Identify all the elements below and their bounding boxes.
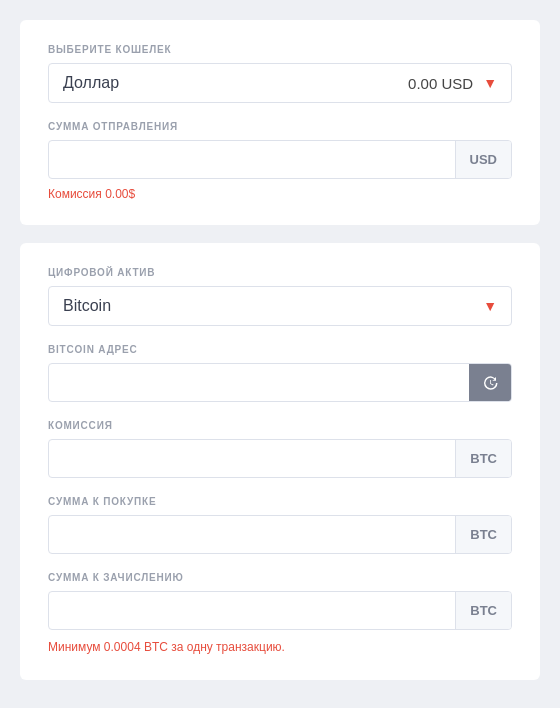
bitcoin-address-input[interactable] — [49, 364, 469, 401]
commission-text: Комиссия 0.00$ — [48, 187, 512, 201]
chevron-down-icon: ▼ — [483, 75, 497, 91]
address-field-block: BITCOIN АДРЕС — [48, 344, 512, 402]
amount-input[interactable]: 0.00 — [49, 141, 455, 178]
wallet-balance: 0.00 USD — [408, 75, 473, 92]
credit-amount-input[interactable]: 0.000000 — [49, 592, 455, 629]
asset-label: ЦИФРОВОЙ АКТИВ — [48, 267, 512, 278]
history-icon — [481, 374, 499, 392]
digital-asset-card: ЦИФРОВОЙ АКТИВ Bitcoin ▼ BITCOIN АДРЕС К… — [20, 243, 540, 680]
buy-amount-currency: BTC — [455, 516, 511, 553]
asset-chevron-icon: ▼ — [483, 298, 497, 314]
asset-name: Bitcoin — [63, 297, 483, 315]
history-button[interactable] — [469, 364, 511, 401]
credit-amount-currency: BTC — [455, 592, 511, 629]
buy-amount-field-block: СУММА К ПОКУПКЕ 0.000000 BTC — [48, 496, 512, 554]
fee-label: КОМИССИЯ — [48, 420, 512, 431]
fee-currency: BTC — [455, 440, 511, 477]
asset-field-block: ЦИФРОВОЙ АКТИВ Bitcoin ▼ — [48, 267, 512, 326]
fee-input-row: 0.000050 BTC — [48, 439, 512, 478]
amount-label: СУММА ОТПРАВЛЕНИЯ — [48, 121, 512, 132]
buy-amount-input[interactable]: 0.000000 — [49, 516, 455, 553]
wallet-label: ВЫБЕРИТЕ КОШЕЛЕК — [48, 44, 512, 55]
wallet-name: Доллар — [63, 74, 408, 92]
min-note: Минимум 0.0004 BTC за одну транзакцию. — [48, 638, 512, 656]
address-label: BITCOIN АДРЕС — [48, 344, 512, 355]
credit-amount-field-block: СУММА К ЗАЧИСЛЕНИЮ 0.000000 BTC Минимум … — [48, 572, 512, 656]
amount-input-row: 0.00 USD — [48, 140, 512, 179]
asset-selector[interactable]: Bitcoin ▼ — [48, 286, 512, 326]
wallet-field-block: ВЫБЕРИТЕ КОШЕЛЕК Доллар 0.00 USD ▼ — [48, 44, 512, 103]
wallet-selector[interactable]: Доллар 0.00 USD ▼ — [48, 63, 512, 103]
credit-amount-label: СУММА К ЗАЧИСЛЕНИЮ — [48, 572, 512, 583]
fee-input[interactable]: 0.000050 — [49, 440, 455, 477]
amount-field-block: СУММА ОТПРАВЛЕНИЯ 0.00 USD Комиссия 0.00… — [48, 121, 512, 201]
buy-amount-input-row: 0.000000 BTC — [48, 515, 512, 554]
address-input-row — [48, 363, 512, 402]
wallet-card: ВЫБЕРИТЕ КОШЕЛЕК Доллар 0.00 USD ▼ СУММА… — [20, 20, 540, 225]
amount-currency: USD — [455, 141, 511, 178]
credit-amount-input-row: 0.000000 BTC — [48, 591, 512, 630]
fee-field-block: КОМИССИЯ 0.000050 BTC — [48, 420, 512, 478]
buy-amount-label: СУММА К ПОКУПКЕ — [48, 496, 512, 507]
